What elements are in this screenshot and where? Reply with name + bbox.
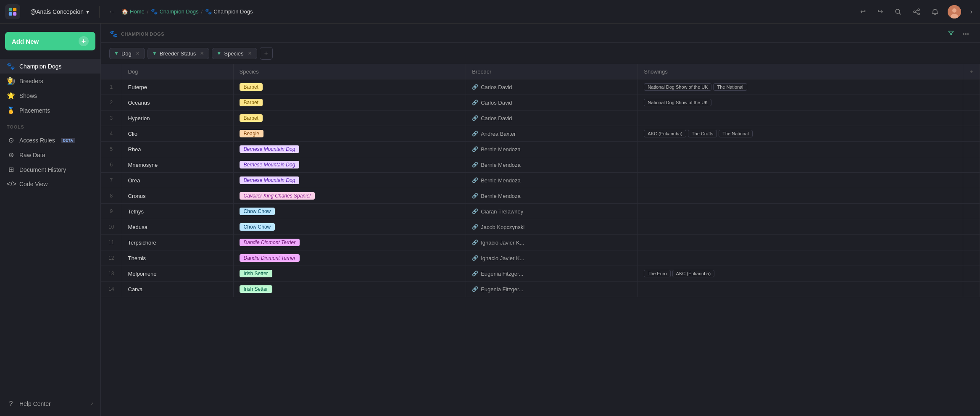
sidebar-item-help-center[interactable]: ? Help Center ↗ bbox=[0, 397, 100, 411]
row-number: 10 bbox=[101, 219, 122, 235]
table-row[interactable]: 4 Clio Beagle 🔗 Andrea Baxter AKC (Eukan… bbox=[101, 126, 980, 142]
breadcrumb-sep1: / bbox=[147, 8, 149, 15]
row-number: 12 bbox=[101, 250, 122, 266]
table-container[interactable]: Dog Species Breeder Showings + 1 Euterpe… bbox=[101, 64, 980, 416]
svg-line-9 bbox=[915, 10, 918, 11]
filter-chip-dog[interactable]: ▼ Dog ✕ bbox=[109, 48, 145, 59]
filter-dog-label: Dog bbox=[121, 50, 132, 57]
table-row[interactable]: 10 Medusa Chow Chow 🔗 Jacob Kopczynski bbox=[101, 219, 980, 235]
champion-dogs-icon: 🐾 bbox=[7, 62, 15, 70]
collapse-panel-button[interactable]: › bbox=[968, 5, 975, 18]
back-button[interactable]: ← bbox=[106, 5, 118, 18]
add-filter-button[interactable]: + bbox=[260, 47, 273, 60]
row-add-cell bbox=[963, 173, 980, 188]
breeder-name: Ciaran Trelawney bbox=[481, 208, 523, 215]
avatar[interactable] bbox=[948, 5, 961, 18]
dog-name-cell: Mnemosyne bbox=[122, 157, 233, 173]
filter-breeder-remove[interactable]: ✕ bbox=[199, 51, 205, 56]
species-badge: Dandie Dinmont Terrier bbox=[240, 239, 300, 246]
filter-bar: ▼ Dog ✕ ▼ Breeder Status ✕ ▼ Species ✕ + bbox=[101, 43, 980, 64]
species-badge: Bernese Mountain Dog bbox=[240, 161, 300, 169]
row-number: 1 bbox=[101, 79, 122, 95]
col-showings: Showings bbox=[638, 64, 963, 79]
table-row[interactable]: 3 Hyperion Barbet 🔗 Carlos David bbox=[101, 111, 980, 126]
sidebar-item-shows[interactable]: 🌟 Shows bbox=[0, 88, 100, 103]
breeder-cell: 🔗 Ignacio Javier K... bbox=[466, 235, 638, 250]
external-link-icon: ↗ bbox=[90, 401, 94, 407]
showing-tag: National Dog Show of the UK bbox=[644, 83, 711, 91]
share-button[interactable] bbox=[911, 6, 922, 18]
breadcrumb-champion-dogs-parent[interactable]: 🐾 Champion Dogs bbox=[151, 8, 198, 15]
more-options-button[interactable]: ••• bbox=[960, 29, 972, 39]
link-icon: 🔗 bbox=[472, 255, 478, 261]
species-badge: Barbet bbox=[240, 83, 263, 91]
row-number: 6 bbox=[101, 157, 122, 173]
add-new-button[interactable]: Add New + bbox=[5, 32, 95, 50]
sidebar-item-champion-dogs[interactable]: 🐾 Champion Dogs bbox=[0, 59, 100, 74]
table-row[interactable]: 13 Melpomene Irish Setter 🔗 Eugenia Fitz… bbox=[101, 266, 980, 282]
app-logo bbox=[5, 4, 20, 19]
row-add-cell bbox=[963, 126, 980, 142]
table-row[interactable]: 6 Mnemosyne Bernese Mountain Dog 🔗 Berni… bbox=[101, 157, 980, 173]
filter-dog-remove[interactable]: ✕ bbox=[135, 51, 140, 56]
breadcrumb-champion-label: Champion Dogs bbox=[159, 8, 198, 15]
filter-chip-breeder-status[interactable]: ▼ Breeder Status ✕ bbox=[148, 48, 210, 59]
raw-data-icon: ⊕ bbox=[7, 151, 15, 159]
link-icon: 🔗 bbox=[472, 84, 478, 90]
sidebar-item-placements[interactable]: 🥇 Placements bbox=[0, 103, 100, 118]
table-row[interactable]: 12 Themis Dandie Dinmont Terrier 🔗 Ignac… bbox=[101, 250, 980, 266]
svg-rect-3 bbox=[13, 12, 16, 15]
row-add-cell bbox=[963, 204, 980, 219]
table-row[interactable]: 1 Euterpe Barbet 🔗 Carlos David National… bbox=[101, 79, 980, 95]
row-add-cell bbox=[963, 142, 980, 157]
table-row[interactable]: 9 Tethys Chow Chow 🔗 Ciaran Trelawney bbox=[101, 204, 980, 219]
sidebar-item-raw-data[interactable]: ⊕ Raw Data bbox=[0, 147, 100, 162]
shows-icon: 🌟 bbox=[7, 92, 15, 100]
table-row[interactable]: 14 Carva Irish Setter 🔗 Eugenia Fitzger.… bbox=[101, 282, 980, 297]
filter-chip-species[interactable]: ▼ Species ✕ bbox=[212, 48, 257, 59]
showings-cell: The EuroAKC (Eukanuba) bbox=[638, 266, 963, 282]
species-cell: Chow Chow bbox=[233, 219, 466, 235]
breeder-cell: 🔗 Ciaran Trelawney bbox=[466, 204, 638, 219]
svg-point-12 bbox=[952, 8, 956, 13]
undo-button[interactable]: ↩ bbox=[858, 5, 868, 18]
svg-point-7 bbox=[914, 11, 915, 13]
breeder-name: Ignacio Javier K... bbox=[481, 240, 524, 246]
col-add[interactable]: + bbox=[963, 64, 980, 79]
sidebar-item-document-history[interactable]: ⊞ Document History bbox=[0, 162, 100, 177]
dog-name-cell: Medusa bbox=[122, 219, 233, 235]
search-button[interactable] bbox=[892, 6, 904, 18]
breeder-name: Bernie Mendoza bbox=[481, 146, 521, 153]
sidebar-item-breeders[interactable]: 🧑‍🌾 Breeders bbox=[0, 74, 100, 88]
sidebar-item-code-view[interactable]: </> Code View bbox=[0, 177, 100, 191]
table-row[interactable]: 11 Terpsichore Dandie Dinmont Terrier 🔗 … bbox=[101, 235, 980, 250]
breadcrumb-sep2: / bbox=[201, 8, 203, 15]
user-menu[interactable]: @Anais Concepcion ▾ bbox=[27, 7, 92, 17]
filter-icon-button[interactable] bbox=[946, 29, 956, 39]
filter-dog-icon: ▼ bbox=[114, 50, 119, 56]
sidebar-item-raw-data-label: Raw Data bbox=[19, 152, 45, 158]
sidebar-item-champion-dogs-label: Champion Dogs bbox=[19, 63, 61, 70]
table-row[interactable]: 7 Orea Bernese Mountain Dog 🔗 Bernie Men… bbox=[101, 173, 980, 188]
notification-button[interactable] bbox=[929, 6, 941, 18]
redo-button[interactable]: ↪ bbox=[875, 5, 885, 18]
dog-name-cell: Clio bbox=[122, 126, 233, 142]
row-number: 4 bbox=[101, 126, 122, 142]
filter-breeder-icon: ▼ bbox=[152, 50, 157, 56]
table-row[interactable]: 8 Cronus Cavalier King Charles Spaniel 🔗… bbox=[101, 188, 980, 204]
species-cell: Barbet bbox=[233, 111, 466, 126]
table-row[interactable]: 5 Rhea Bernese Mountain Dog 🔗 Bernie Men… bbox=[101, 142, 980, 157]
nav-section-tools: ⊙ Access Rules BETA ⊕ Raw Data ⊞ Documen… bbox=[0, 131, 100, 193]
species-badge: Bernese Mountain Dog bbox=[240, 176, 300, 184]
breadcrumb-home[interactable]: 🏠 Home bbox=[121, 8, 145, 15]
user-name: @Anais Concepcion bbox=[30, 8, 84, 15]
sidebar-item-access-rules[interactable]: ⊙ Access Rules BETA bbox=[0, 133, 100, 147]
table-row[interactable]: 2 Oceanus Barbet 🔗 Carlos David National… bbox=[101, 95, 980, 111]
row-number: 7 bbox=[101, 173, 122, 188]
species-cell: Bernese Mountain Dog bbox=[233, 173, 466, 188]
breeder-name: Eugenia Fitzger... bbox=[481, 271, 523, 277]
filter-species-remove[interactable]: ✕ bbox=[247, 51, 253, 56]
main-layout: Add New + 🐾 Champion Dogs 🧑‍🌾 Breeders 🌟… bbox=[0, 24, 980, 416]
breeder-name: Ignacio Javier K... bbox=[481, 255, 524, 261]
filter-species-label: Species bbox=[224, 50, 243, 57]
